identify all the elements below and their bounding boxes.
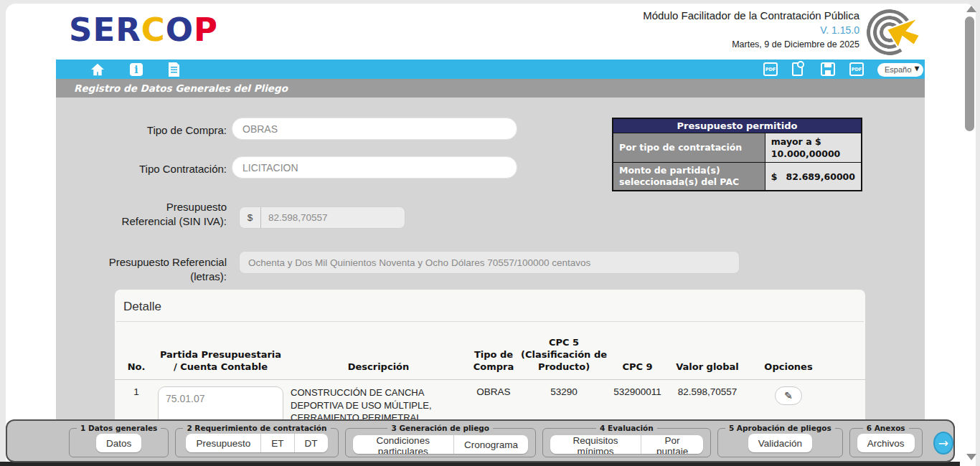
pp-row-value: $ 82.689,60000 (765, 163, 862, 191)
validacion-button[interactable]: Validación (748, 434, 812, 452)
sercop-arcs-logo (862, 8, 925, 55)
row-no: 1 (122, 386, 151, 397)
presupuesto-referencial-label: Presupuesto Referencial (SIN IVA): (119, 200, 227, 229)
language-select-wrap: Español (877, 62, 923, 76)
app-window: SERCOP Módulo Facilitador de la Contrata… (6, 4, 976, 466)
et-button[interactable]: ET (260, 434, 293, 452)
tipo-compra-input[interactable] (232, 118, 517, 140)
main-toolbar: i PDF PDF Español (56, 60, 925, 79)
row-cpc9: 532900011 (607, 386, 668, 397)
nav-group-legend: 6 Anexos (863, 424, 909, 432)
document-icon[interactable] (168, 62, 180, 77)
currency-prefix: $ (240, 207, 261, 228)
logo-text: SER (69, 11, 141, 49)
dt-button[interactable]: DT (294, 434, 328, 452)
pp-row-label: Por tipo de contratación (613, 133, 765, 163)
next-arrow-button[interactable]: → (933, 432, 953, 455)
nav-group-legend: 2 Requerimiento de contratación (183, 424, 330, 432)
col-descripcion: Descripción (291, 361, 466, 373)
save-icon[interactable] (821, 62, 835, 77)
nav-group-aprobacion: 5 Aprobación de pliegos Validación (717, 424, 843, 457)
col-no: No. (122, 361, 151, 373)
header-info: Módulo Facilitador de la Contratación Pú… (551, 8, 859, 52)
detalle-table-header: No. Partida Presupuestaria / Cuenta Cont… (115, 336, 865, 380)
requisitos-minimos-button[interactable]: Requisitos mínimos (550, 435, 641, 454)
detalle-title: Detalle (115, 290, 865, 321)
pdf-export-icon[interactable]: PDF (763, 62, 778, 77)
home-icon[interactable] (90, 62, 105, 77)
col-partida: Partida Presupuestaria / Cuenta Contable (158, 348, 283, 373)
cronograma-button[interactable]: Cronograma (453, 435, 528, 454)
edit-row-button[interactable]: ✎ (775, 386, 802, 405)
presupuesto-referencial-input-group: $ 82.598,70557 (239, 206, 405, 229)
nav-group-anexos: 6 Anexos Archivos (849, 424, 923, 457)
scrollbar-thumb[interactable] (965, 16, 974, 131)
new-document-icon[interactable] (792, 62, 803, 77)
presupuesto-button[interactable]: Presupuesto (186, 434, 260, 452)
col-cpc9: CPC 9 (607, 361, 668, 373)
row-tipo-compra: OBRAS (466, 386, 521, 397)
archivos-button[interactable]: Archivos (857, 434, 915, 452)
row-cpc5: 53290 (521, 386, 607, 397)
language-select[interactable]: Español (877, 63, 923, 77)
nav-group-generacion-pliego: 3 Generación de pliego Condiciones parti… (345, 424, 536, 457)
col-valor-global: Valor global (668, 361, 747, 373)
presupuesto-letras-label: Presupuesto Referencial (letras): (105, 255, 227, 284)
col-cpc5: CPC 5 (Clasificación de Producto) (521, 336, 607, 373)
pp-row-value: mayor a $ 10.000,00000 (765, 133, 862, 163)
bottom-navigation-bar: 1 Datos generales Datos 2 Requerimiento … (6, 419, 955, 462)
col-tipo-compra: Tipo de Compra (466, 348, 521, 373)
condiciones-particulares-button[interactable]: Condiciones particulares (353, 435, 453, 454)
nav-group-evaluacion: 4 Evaluación Requisitos mínimos Por punt… (542, 424, 711, 457)
row-valor-global: 82.598,70557 (668, 386, 747, 397)
por-puntaje-button[interactable]: Por puntaje (641, 435, 703, 454)
col-opciones: Opciones (753, 361, 824, 373)
cursor-arrow-icon (885, 16, 923, 51)
content-area: Tipo de Compra: Tipo Contratación: Presu… (56, 98, 925, 466)
pdf-print-icon[interactable]: PDF (849, 62, 864, 77)
nav-group-requerimiento: 2 Requerimiento de contratación Presupue… (175, 424, 338, 457)
presupuesto-referencial-value: 82.598,70557 (261, 207, 405, 228)
sercop-logo: SERCOP (69, 11, 218, 49)
scrollbar-down-icon[interactable] (966, 454, 976, 460)
nav-group-legend: 4 Evaluación (596, 424, 657, 432)
nav-group-legend: 1 Datos generales (77, 424, 161, 432)
nav-group-legend: 5 Aprobación de pliegos (725, 424, 835, 432)
header-date: Martes, 9 de Diciembre de 2025 (551, 37, 859, 52)
nav-group-legend: 3 Generación de pliego (387, 424, 493, 432)
pencil-icon: ✎ (784, 390, 793, 401)
presupuesto-permitido-title: Presupuesto permitido (613, 118, 862, 133)
presupuesto-letras-input (239, 251, 740, 274)
app-version: V. 1.15.0 (551, 23, 859, 37)
nav-group-datos-generales: 1 Datos generales Datos (69, 424, 169, 457)
datos-button[interactable]: Datos (96, 434, 141, 452)
divider (116, 321, 864, 322)
info-icon[interactable]: i (130, 62, 143, 77)
page-title: Registro de Datos Generales del Pliego (56, 79, 925, 98)
app-title: Módulo Facilitador de la Contratación Pú… (551, 8, 859, 23)
scrollbar-up-icon[interactable] (966, 6, 976, 12)
pp-row-label: Monto de partida(s) seleccionada(s) del … (613, 163, 765, 191)
tipo-compra-label: Tipo de Compra: (112, 123, 227, 138)
tipo-contratacion-label: Tipo Contratación: (99, 162, 227, 176)
right-arrow-icon: → (938, 436, 948, 450)
presupuesto-permitido-table: Presupuesto permitido Por tipo de contra… (612, 118, 862, 191)
tipo-contratacion-input[interactable] (232, 156, 517, 179)
